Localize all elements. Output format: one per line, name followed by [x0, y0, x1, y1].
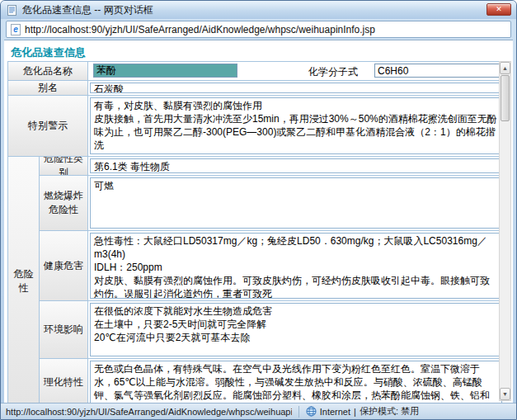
info-table: 危化品名称 化学分子式 别名 石炭酸 特别警示 有毒，对皮肤、黏膜有强烈的腐蚀作… — [7, 61, 504, 403]
page-content: 危化品速查信息 危化品名称 化学分子式 别名 石炭酸 特别警示 有毒，对皮肤、黏… — [4, 40, 513, 403]
dialog-window: 危化品速查信息 -- 网页对话框 ✕ e http://localhost:90… — [0, 0, 517, 420]
address-url: http://localhost:90/yjzh/UI/SafeArranged… — [25, 24, 375, 35]
formula-input[interactable] — [374, 64, 501, 78]
row-flammability: 可燃 — [88, 176, 504, 231]
close-button[interactable]: ✕ — [486, 3, 511, 16]
scrollbar-thumb[interactable] — [501, 75, 510, 121]
close-icon: ✕ — [496, 5, 502, 13]
row-physicochemical-properties: 无色或白色晶体，有特殊气味。在空气中及光线作用下变为粉红色至红色。室温下微溶于水… — [88, 359, 504, 403]
row-alias: 石炭酸 — [88, 81, 504, 96]
scroll-up-icon: ▲ — [502, 65, 508, 71]
status-bar: http://localhost:90/yjzh/UI/SafeArranged… — [1, 403, 516, 419]
label-flammability: 燃烧爆炸危险性 — [40, 176, 88, 231]
row-health-hazard: 急性毒性：大鼠经口LD50317mg／kg；兔经皮LD50．630mg/kg；大… — [88, 231, 504, 301]
status-zone-group: Internet | 保护模式: 禁用 — [306, 405, 419, 418]
scroll-down-icon: ▼ — [502, 391, 508, 397]
status-divider — [298, 406, 299, 418]
row-special-warning: 有毒，对皮肤、黏膜有强烈的腐蚀作用 皮肤接触，首先用大量清水冲洗至少15min，… — [88, 96, 504, 157]
vertical-scrollbar[interactable]: ▲ ▼ — [499, 61, 511, 401]
label-danger-group: 危险性 — [8, 157, 40, 403]
physicochemical-properties-field[interactable]: 无色或白色晶体，有特殊气味。在空气中及光线作用下变为粉红色至红色。室温下微溶于水… — [90, 361, 502, 403]
chemical-name-input[interactable] — [93, 64, 237, 78]
window-title: 危化品速查信息 -- 网页对话框 — [22, 3, 511, 17]
danger-category-field[interactable]: 第6.1类 毒性物质 — [90, 158, 502, 173]
address-bar: e http://localhost:90/yjzh/UI/SafeArrang… — [4, 19, 513, 40]
row-environmental-impact: 在很低的浓度下就能对水生生物造成危害 在土壤中，只要2-5天时间就可完全降解 2… — [88, 301, 504, 359]
label-alias: 别名 — [8, 81, 88, 96]
page-title: 危化品速查信息 — [11, 45, 86, 60]
row-danger-category: 第6.1类 毒性物质 — [88, 157, 504, 176]
environmental-impact-field[interactable]: 在很低的浓度下就能对水生生物造成危害 在土壤中，只要2-5天时间就可完全降解 2… — [90, 303, 502, 356]
ie-page-icon: e — [11, 24, 21, 35]
label-physicochemical-properties: 理化特性 — [40, 359, 88, 403]
scroll-down-button[interactable]: ▼ — [500, 388, 510, 400]
label-formula: 化学分子式 — [308, 65, 358, 79]
scrollbar-track[interactable] — [500, 74, 510, 388]
dialog-icon — [6, 4, 18, 17]
label-health-hazard: 健康危害 — [40, 231, 88, 301]
status-url: http://localhost:90/yjzh/UI/SafeArranged… — [6, 407, 292, 417]
label-environmental-impact: 环境影响 — [40, 301, 88, 359]
label-danger-category: 危险性类别 — [40, 157, 88, 176]
health-hazard-field[interactable]: 急性毒性：大鼠经口LD50317mg／kg；兔经皮LD50．630mg/kg；大… — [90, 233, 502, 299]
scroll-up-button[interactable]: ▲ — [500, 62, 510, 74]
label-special-warning: 特别警示 — [8, 96, 88, 157]
special-warning-field[interactable]: 有毒，对皮肤、黏膜有强烈的腐蚀作用 皮肤接触，首先用大量清水冲洗至少15min，… — [90, 97, 502, 154]
internet-zone-icon — [306, 406, 317, 417]
alias-field[interactable]: 石炭酸 — [90, 83, 502, 93]
address-input[interactable]: e http://localhost:90/yjzh/UI/SafeArrang… — [6, 21, 511, 38]
status-protected-mode: 保护模式: 禁用 — [360, 405, 419, 418]
label-chemical-name: 危化品名称 — [8, 62, 88, 81]
flammability-field[interactable]: 可燃 — [90, 177, 502, 229]
status-separator: | — [354, 407, 356, 417]
row-chemical-name: 化学分子式 — [88, 62, 504, 81]
status-zone-label: Internet — [320, 407, 350, 417]
title-bar[interactable]: 危化品速查信息 -- 网页对话框 ✕ — [1, 1, 516, 19]
